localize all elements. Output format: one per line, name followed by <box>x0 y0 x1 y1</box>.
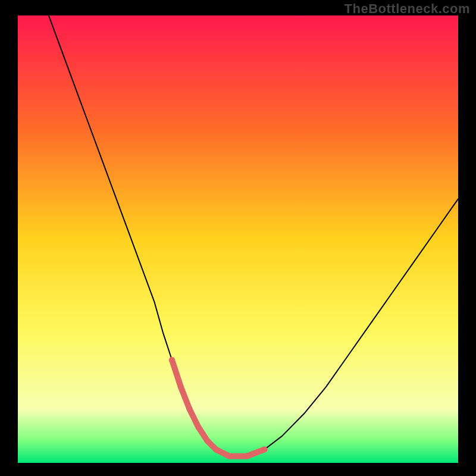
highlight-marker <box>261 446 267 452</box>
chart-frame: TheBottleneck.com <box>0 0 476 476</box>
bottleneck-chart <box>0 0 476 476</box>
highlight-marker <box>204 437 210 443</box>
highlight-marker <box>244 453 250 459</box>
highlight-marker <box>187 406 193 412</box>
highlight-marker <box>178 384 184 390</box>
highlight-marker <box>226 453 232 459</box>
watermark-text: TheBottleneck.com <box>345 1 470 17</box>
plot-background <box>18 15 458 463</box>
highlight-marker <box>169 357 175 363</box>
highlight-marker <box>195 424 201 430</box>
highlight-marker <box>213 446 219 452</box>
